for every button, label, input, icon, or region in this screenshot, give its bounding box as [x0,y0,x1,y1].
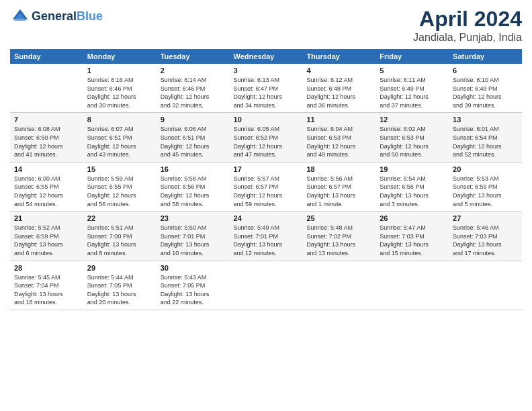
calendar-cell: 15Sunrise: 5:59 AM Sunset: 6:55 PM Dayli… [83,162,157,211]
calendar-cell: 27Sunrise: 5:46 AM Sunset: 7:03 PM Dayli… [449,212,522,261]
day-number: 11 [306,116,371,124]
day-number: 7 [14,116,79,124]
day-info: Sunrise: 5:46 AM Sunset: 7:03 PM Dayligh… [453,224,518,257]
day-info: Sunrise: 5:49 AM Sunset: 7:01 PM Dayligh… [234,224,299,257]
day-info: Sunrise: 6:05 AM Sunset: 6:52 PM Dayligh… [234,125,299,158]
calendar-week-row: 14Sunrise: 6:00 AM Sunset: 6:55 PM Dayli… [10,162,522,211]
main-title: April 2024 [413,7,522,32]
calendar-week-row: 28Sunrise: 5:45 AM Sunset: 7:04 PM Dayli… [10,261,522,310]
day-number: 1 [87,66,152,75]
calendar-cell: 11Sunrise: 6:04 AM Sunset: 6:53 PM Dayli… [302,113,375,162]
calendar-cell: 14Sunrise: 6:00 AM Sunset: 6:55 PM Dayli… [10,162,83,211]
day-info: Sunrise: 5:44 AM Sunset: 7:05 PM Dayligh… [87,273,152,307]
day-number: 10 [234,116,299,124]
day-info: Sunrise: 6:12 AM Sunset: 6:48 PM Dayligh… [306,76,371,109]
calendar-cell [230,261,303,310]
day-header-friday: Friday [375,49,449,64]
day-info: Sunrise: 5:59 AM Sunset: 6:55 PM Dayligh… [87,175,152,208]
calendar-cell: 28Sunrise: 5:45 AM Sunset: 7:04 PM Dayli… [10,261,83,310]
day-header-saturday: Saturday [449,49,522,64]
day-info: Sunrise: 6:16 AM Sunset: 6:46 PM Dayligh… [87,76,152,109]
day-info: Sunrise: 6:14 AM Sunset: 6:46 PM Dayligh… [161,76,226,109]
day-info: Sunrise: 5:53 AM Sunset: 6:59 PM Dayligh… [453,175,518,208]
logo: GeneralBlue [10,7,103,27]
day-header-monday: Monday [83,49,157,64]
calendar-cell: 18Sunrise: 5:56 AM Sunset: 6:57 PM Dayli… [302,162,375,211]
day-info: Sunrise: 5:52 AM Sunset: 6:59 PM Dayligh… [14,224,79,257]
calendar-week-row: 7Sunrise: 6:08 AM Sunset: 6:50 PM Daylig… [10,113,522,162]
day-number: 23 [161,214,226,222]
calendar-cell: 19Sunrise: 5:54 AM Sunset: 6:58 PM Dayli… [375,162,449,211]
calendar-cell: 1Sunrise: 6:16 AM Sunset: 6:46 PM Daylig… [83,64,157,113]
calendar-cell: 4Sunrise: 6:12 AM Sunset: 6:48 PM Daylig… [302,64,375,113]
day-number: 26 [380,214,445,222]
calendar-cell: 26Sunrise: 5:47 AM Sunset: 7:03 PM Dayli… [375,212,449,261]
day-number: 27 [453,214,518,222]
day-info: Sunrise: 6:01 AM Sunset: 6:54 PM Dayligh… [453,125,518,158]
day-number: 30 [161,264,226,272]
day-number: 19 [380,165,445,173]
day-info: Sunrise: 5:45 AM Sunset: 7:04 PM Dayligh… [14,273,79,307]
logo-icon [10,7,30,27]
day-info: Sunrise: 6:13 AM Sunset: 6:47 PM Dayligh… [234,76,299,109]
day-info: Sunrise: 5:50 AM Sunset: 7:01 PM Dayligh… [161,224,226,257]
calendar-cell: 21Sunrise: 5:52 AM Sunset: 6:59 PM Dayli… [10,212,83,261]
day-number: 12 [380,116,445,124]
day-info: Sunrise: 6:02 AM Sunset: 6:53 PM Dayligh… [380,125,445,158]
calendar-cell: 12Sunrise: 6:02 AM Sunset: 6:53 PM Dayli… [375,113,449,162]
calendar-cell: 25Sunrise: 5:48 AM Sunset: 7:02 PM Dayli… [302,212,375,261]
page-container: GeneralBlue April 2024 Jandiala, Punjab,… [0,0,532,317]
calendar-header-row: SundayMondayTuesdayWednesdayThursdayFrid… [10,49,522,64]
calendar-cell: 2Sunrise: 6:14 AM Sunset: 6:46 PM Daylig… [157,64,230,113]
calendar-cell: 22Sunrise: 5:51 AM Sunset: 7:00 PM Dayli… [83,212,157,261]
day-number: 24 [234,214,299,222]
calendar-cell: 23Sunrise: 5:50 AM Sunset: 7:01 PM Dayli… [157,212,230,261]
day-info: Sunrise: 6:06 AM Sunset: 6:51 PM Dayligh… [161,125,226,158]
day-info: Sunrise: 6:08 AM Sunset: 6:50 PM Dayligh… [14,125,79,158]
day-number: 29 [87,264,152,272]
calendar-cell [449,261,522,310]
calendar-cell: 8Sunrise: 6:07 AM Sunset: 6:51 PM Daylig… [83,113,157,162]
day-number: 6 [453,66,518,75]
logo-text: GeneralBlue [32,9,103,24]
calendar-cell [302,261,375,310]
calendar-cell: 29Sunrise: 5:44 AM Sunset: 7:05 PM Dayli… [83,261,157,310]
day-info: Sunrise: 6:10 AM Sunset: 6:49 PM Dayligh… [453,76,518,109]
day-header-sunday: Sunday [10,49,83,64]
day-number: 13 [453,116,518,124]
day-number: 17 [234,165,299,173]
calendar-cell: 3Sunrise: 6:13 AM Sunset: 6:47 PM Daylig… [230,64,303,113]
title-block: April 2024 Jandiala, Punjab, India [413,7,522,44]
day-number: 8 [87,116,152,124]
day-info: Sunrise: 5:54 AM Sunset: 6:58 PM Dayligh… [380,175,445,208]
day-number: 25 [306,214,371,222]
calendar-cell: 20Sunrise: 5:53 AM Sunset: 6:59 PM Dayli… [449,162,522,211]
calendar-cell: 13Sunrise: 6:01 AM Sunset: 6:54 PM Dayli… [449,113,522,162]
calendar-cell: 16Sunrise: 5:58 AM Sunset: 6:56 PM Dayli… [157,162,230,211]
day-header-thursday: Thursday [302,49,375,64]
day-info: Sunrise: 5:47 AM Sunset: 7:03 PM Dayligh… [380,224,445,257]
calendar-table: SundayMondayTuesdayWednesdayThursdayFrid… [10,49,522,310]
day-number: 2 [161,66,226,75]
day-info: Sunrise: 5:43 AM Sunset: 7:05 PM Dayligh… [161,273,226,307]
day-info: Sunrise: 6:11 AM Sunset: 6:49 PM Dayligh… [380,76,445,109]
calendar-cell: 24Sunrise: 5:49 AM Sunset: 7:01 PM Dayli… [230,212,303,261]
day-info: Sunrise: 5:48 AM Sunset: 7:02 PM Dayligh… [306,224,371,257]
day-number: 4 [306,66,371,75]
calendar-week-row: 21Sunrise: 5:52 AM Sunset: 6:59 PM Dayli… [10,212,522,261]
day-info: Sunrise: 5:56 AM Sunset: 6:57 PM Dayligh… [306,175,371,208]
day-number: 14 [14,165,79,173]
day-number: 18 [306,165,371,173]
day-number: 15 [87,165,152,173]
day-info: Sunrise: 6:00 AM Sunset: 6:55 PM Dayligh… [14,175,79,208]
subtitle: Jandiala, Punjab, India [413,32,522,44]
calendar-cell: 6Sunrise: 6:10 AM Sunset: 6:49 PM Daylig… [449,64,522,113]
day-number: 5 [380,66,445,75]
day-info: Sunrise: 6:07 AM Sunset: 6:51 PM Dayligh… [87,125,152,158]
day-number: 9 [161,116,226,124]
calendar-cell [10,64,83,113]
day-header-wednesday: Wednesday [230,49,303,64]
day-number: 3 [234,66,299,75]
day-number: 21 [14,214,79,222]
day-info: Sunrise: 5:51 AM Sunset: 7:00 PM Dayligh… [87,224,152,257]
